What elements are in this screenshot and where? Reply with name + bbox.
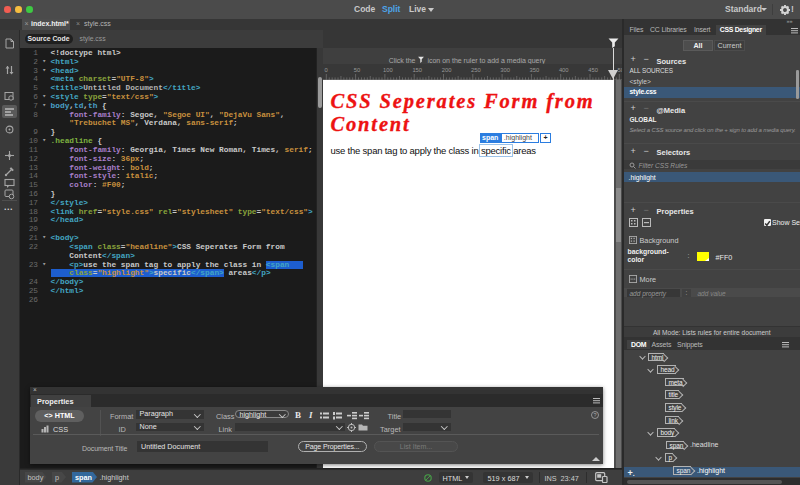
svg-text:?: ? — [593, 412, 596, 418]
